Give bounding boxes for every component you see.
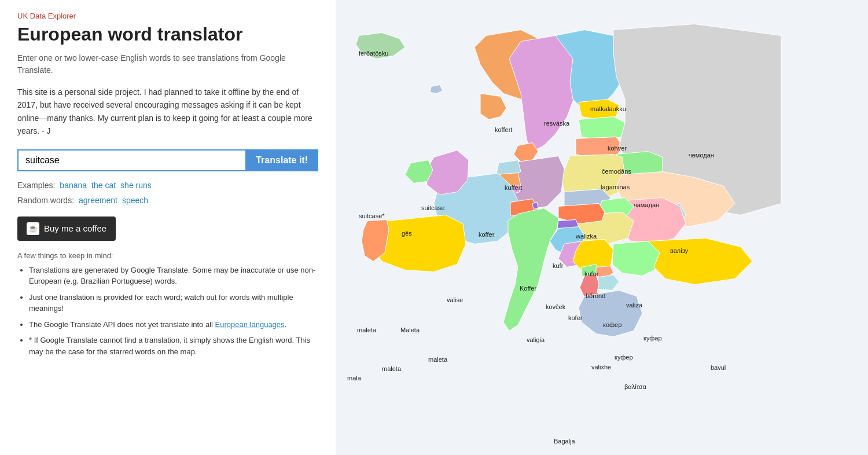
label-kofer-mk: кофер — [603, 321, 621, 328]
site-brand-link[interactable]: UK Data Explorer — [17, 12, 318, 20]
label-valitsa: βαλίτσα — [624, 383, 647, 390]
european-languages-link[interactable]: European languages — [215, 320, 285, 329]
example-the-cat[interactable]: the cat — [91, 181, 116, 190]
label-suitcase-star: suitcase* — [359, 212, 385, 219]
left-panel: UK Data Explorer European word translato… — [0, 0, 336, 455]
label-maleta4: maleta — [428, 356, 448, 363]
notes-title: A few things to keep in mind: — [17, 251, 318, 260]
label-koffert: koffert — [495, 126, 512, 133]
label-borond: bőrönd — [586, 292, 605, 299]
translate-button[interactable]: Translate it! — [245, 149, 318, 171]
note-item-4: * If Google Translate cannot find a tran… — [29, 335, 318, 357]
label-koffer-de: Koffer — [520, 285, 536, 292]
examples-label: Examples: — [17, 181, 55, 190]
label-valizu: валізу — [670, 247, 689, 254]
label-valixhe: valixhe — [591, 364, 611, 370]
notes-list: Translations are generated by Google Tra… — [17, 265, 318, 358]
label-valiza: valiză — [626, 302, 643, 309]
example-she-runs[interactable]: she runs — [120, 181, 152, 190]
random-label: Random words: — [17, 196, 74, 205]
label-walizka: walizka — [575, 233, 597, 240]
note-item-2: Just one translation is provided for eac… — [29, 292, 318, 314]
label-bavul: bavul — [711, 364, 726, 371]
word-input[interactable] — [17, 149, 245, 171]
page-title: European word translator — [17, 24, 318, 45]
label-suitcase: suitcase — [421, 204, 444, 211]
note-item-1: Translations are generated by Google Tra… — [29, 265, 318, 287]
europe-map[interactable]: ferðatösku matkalaukku resväska koffert … — [336, 0, 868, 455]
label-bagalja: Bagalja — [554, 438, 576, 445]
examples-row: Examples: banana the cat she runs — [17, 181, 318, 190]
label-kovcek: kovček — [546, 303, 566, 310]
label-valigia: valigia — [527, 336, 545, 343]
description: This site is a personal side project. I … — [17, 86, 318, 138]
note-item-3: The Google Translate API does not yet tr… — [29, 319, 318, 331]
label-chamadan: чамадан — [634, 201, 659, 208]
coffee-label: Buy me a coffee — [44, 223, 106, 233]
label-mala: mala — [347, 375, 362, 381]
example-banana[interactable]: banana — [60, 181, 87, 190]
label-kufer: куфер — [615, 354, 633, 361]
random-speech[interactable]: speech — [122, 196, 148, 205]
label-maleta1: maleta — [357, 326, 377, 333]
label-cemodans: čemodāns — [602, 168, 631, 175]
random-row: Random words: agreement speech — [17, 196, 318, 205]
subtitle: Enter one or two lower-case English word… — [17, 52, 318, 76]
label-kufor: kufor — [584, 270, 599, 277]
label-maleta2: Maleta — [400, 326, 420, 333]
label-kufr: kufr — [553, 262, 564, 269]
label-valise: valise — [447, 296, 463, 303]
label-koffer-nl: koffer — [479, 231, 495, 238]
label-ferdatosku: ferðatösku — [359, 50, 388, 57]
random-agreement[interactable]: agreement — [79, 196, 117, 205]
label-kuffert: kuffert — [505, 184, 522, 191]
label-lagaminas: lagaminas — [601, 184, 630, 190]
label-resvaaska: resväska — [544, 120, 570, 127]
label-ges: gēs — [402, 230, 412, 237]
label-kohver: kohver — [608, 145, 627, 152]
label-chemodan: чемодан — [689, 152, 714, 159]
buy-coffee-button[interactable]: ☕ Buy me a coffee — [17, 217, 116, 241]
label-matkalaukku: matkalaukku — [590, 105, 626, 112]
map-area: ferðatösku matkalaukku resväska koffert … — [336, 0, 868, 455]
label-kufar: куфар — [643, 335, 662, 342]
label-maleta3: maleta — [382, 365, 402, 372]
translate-form: Translate it! — [17, 149, 318, 171]
label-kofer: kofer — [568, 314, 583, 321]
coffee-icon: ☕ — [27, 222, 39, 235]
